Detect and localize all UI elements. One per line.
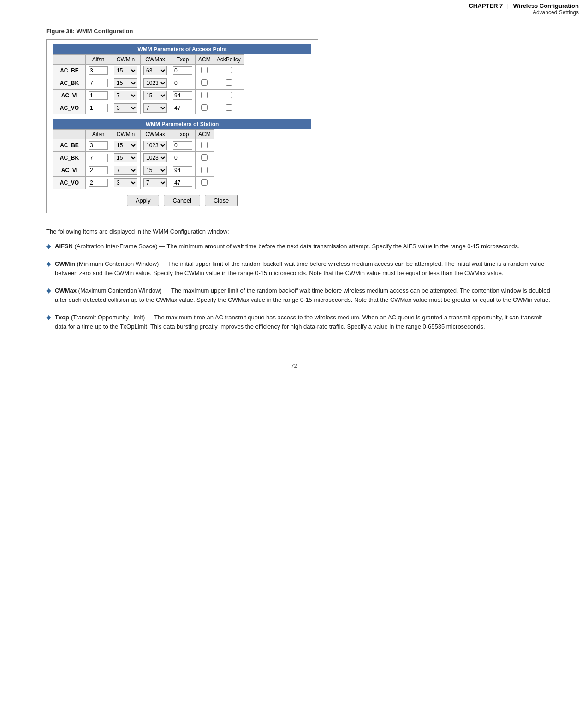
- ap-aifsn-ac_bk[interactable]: [86, 77, 111, 90]
- ap-col-acm: ACM: [196, 55, 214, 65]
- bullet-content-0: AIFSN (Arbitration Inter-Frame Space) — …: [55, 242, 520, 251]
- bullet-diamond-icon: ◆: [46, 287, 51, 294]
- sta-txop-ac_bk[interactable]: [170, 152, 196, 164]
- sta-txop-ac_vi[interactable]: [170, 164, 196, 177]
- sta-cwmax-ac_bk[interactable]: 71531631272555111023: [141, 152, 170, 164]
- ap-cwmin-ac_be[interactable]: 371531631272555111023: [111, 65, 141, 77]
- sta-cwmin-ac_bk[interactable]: 371531631272555111023: [111, 152, 141, 164]
- ap-txop-ac_bk[interactable]: [170, 77, 196, 90]
- sta-row-label-ac_be: AC_BE: [53, 139, 86, 152]
- ap-col-ackpolicy: AckPolicy: [214, 55, 244, 65]
- header-title: Wireless Configuration: [513, 2, 579, 9]
- ap-acm-ac_be[interactable]: [196, 65, 214, 77]
- ap-ackpolicy-ac_bk[interactable]: [214, 77, 244, 90]
- sta-aifsn-ac_vo[interactable]: [86, 177, 111, 189]
- figure-label: Figure 38: WMM Configuration: [46, 28, 551, 35]
- ap-cwmin-ac_vi[interactable]: 371531631272555111023: [111, 90, 141, 102]
- ap-row-label-ac_bk: AC_BK: [53, 77, 86, 90]
- bullet-term-3: Txop: [55, 314, 69, 321]
- ap-table-row: AC_VI37153163127255511102371531631272555…: [53, 90, 244, 102]
- bullet-diamond-icon: ◆: [46, 242, 51, 250]
- bullet-term-0: AIFSN: [55, 243, 73, 250]
- ap-ackpolicy-ac_vi[interactable]: [214, 90, 244, 102]
- bullet-content-1: CWMin (Minimum Contention Window) — The …: [55, 259, 551, 278]
- header-right: CHAPTER 7 | Wireless Configuration Advan…: [469, 2, 579, 16]
- ap-aifsn-ac_vo[interactable]: [86, 102, 111, 114]
- cancel-button[interactable]: Cancel: [164, 195, 200, 206]
- sta-table-row: AC_VI37153163127255511102371531631272555…: [53, 164, 214, 177]
- page-footer: – 72 –: [0, 358, 588, 378]
- sta-acm-ac_vi[interactable]: [196, 164, 214, 177]
- bullet-content-2: CWMax (Maximum Contention Window) — The …: [55, 286, 551, 305]
- page-content: Figure 38: WMM Configuration WMM Paramet…: [0, 18, 588, 358]
- ap-cwmin-ac_vo[interactable]: 371531631272555111023: [111, 102, 141, 114]
- ap-cwmin-ac_bk[interactable]: 371531631272555111023: [111, 77, 141, 90]
- sta-row-label-ac_vo: AC_VO: [53, 177, 86, 189]
- ap-aifsn-ac_vi[interactable]: [86, 90, 111, 102]
- sta-aifsn-ac_vi[interactable]: [86, 164, 111, 177]
- wmm-config-box: WMM Parameters of Access Point Aifsn CWM…: [46, 39, 318, 213]
- sta-section: WMM Parameters of Station Aifsn CWMin CW…: [53, 119, 311, 189]
- ap-col-aifsn: Aifsn: [86, 55, 111, 65]
- ap-txop-ac_be[interactable]: [170, 65, 196, 77]
- bullet-item-0: ◆AIFSN (Arbitration Inter-Frame Space) —…: [46, 242, 551, 251]
- sta-cwmax-ac_vo[interactable]: 71531631272555111023: [141, 177, 170, 189]
- sta-aifsn-ac_bk[interactable]: [86, 152, 111, 164]
- ap-section: WMM Parameters of Access Point Aifsn CWM…: [53, 44, 311, 114]
- ap-col-txop: Txop: [170, 55, 196, 65]
- ap-cwmax-ac_be[interactable]: 71531631272555111023: [141, 65, 170, 77]
- ap-row-label-ac_vi: AC_VI: [53, 90, 86, 102]
- sta-cwmax-ac_vi[interactable]: 71531631272555111023: [141, 164, 170, 177]
- ap-table-row: AC_VO37153163127255511102371531631272555…: [53, 102, 244, 114]
- close-button[interactable]: Close: [205, 195, 238, 206]
- page-number: – 72 –: [286, 363, 302, 369]
- sta-acm-ac_bk[interactable]: [196, 152, 214, 164]
- ap-col-cwmax: CWMax: [141, 55, 170, 65]
- bullet-diamond-icon: ◆: [46, 313, 51, 321]
- ap-ackpolicy-ac_vo[interactable]: [214, 102, 244, 114]
- ap-aifsn-ac_be[interactable]: [86, 65, 111, 77]
- sta-table-row: AC_VO37153163127255511102371531631272555…: [53, 177, 214, 189]
- sta-row-label-ac_vi: AC_VI: [53, 164, 86, 177]
- sta-txop-ac_vo[interactable]: [170, 177, 196, 189]
- sta-table: Aifsn CWMin CWMax Txop ACM AC_BE37153163…: [53, 129, 214, 189]
- apply-button[interactable]: Apply: [127, 195, 160, 206]
- sta-acm-ac_vo[interactable]: [196, 177, 214, 189]
- ap-acm-ac_vi[interactable]: [196, 90, 214, 102]
- sta-cwmax-ac_be[interactable]: 71531631272555111023: [141, 139, 170, 152]
- sta-cwmin-ac_vo[interactable]: 371531631272555111023: [111, 177, 141, 189]
- ap-acm-ac_vo[interactable]: [196, 102, 214, 114]
- sta-col-acm: ACM: [196, 130, 214, 139]
- ap-col-empty: [53, 55, 86, 65]
- ap-section-header: WMM Parameters of Access Point: [53, 44, 311, 54]
- ap-txop-ac_vi[interactable]: [170, 90, 196, 102]
- sta-col-cwmin: CWMin: [111, 130, 141, 139]
- sta-col-txop: Txop: [170, 130, 196, 139]
- sta-aifsn-ac_be[interactable]: [86, 139, 111, 152]
- bullet-item-2: ◆CWMax (Maximum Contention Window) — The…: [46, 286, 551, 305]
- page-header: CHAPTER 7 | Wireless Configuration Advan…: [0, 0, 588, 18]
- ap-acm-ac_bk[interactable]: [196, 77, 214, 90]
- sta-table-header-row: Aifsn CWMin CWMax Txop ACM: [53, 130, 214, 139]
- bullet-term-2: CWMax: [55, 287, 77, 294]
- ap-txop-ac_vo[interactable]: [170, 102, 196, 114]
- ap-ackpolicy-ac_be[interactable]: [214, 65, 244, 77]
- ap-cwmax-ac_vo[interactable]: 71531631272555111023: [141, 102, 170, 114]
- ap-cwmax-ac_vi[interactable]: 71531631272555111023: [141, 90, 170, 102]
- sta-cwmin-ac_be[interactable]: 371531631272555111023: [111, 139, 141, 152]
- sta-cwmin-ac_vi[interactable]: 371531631272555111023: [111, 164, 141, 177]
- sta-col-aifsn: Aifsn: [86, 130, 111, 139]
- sta-table-row: AC_BE37153163127255511102371531631272555…: [53, 139, 214, 152]
- chapter-label: CHAPTER 7: [469, 2, 503, 9]
- ap-table-row: AC_BK37153163127255511102371531631272555…: [53, 77, 244, 90]
- sta-txop-ac_be[interactable]: [170, 139, 196, 152]
- bullet-list: ◆AIFSN (Arbitration Inter-Frame Space) —…: [46, 242, 551, 332]
- ap-cwmax-ac_bk[interactable]: 71531631272555111023: [141, 77, 170, 90]
- header-chapter-title: CHAPTER 7 | Wireless Configuration: [469, 2, 579, 9]
- sta-acm-ac_be[interactable]: [196, 139, 214, 152]
- description-text: The following items are displayed in the…: [46, 227, 551, 236]
- ap-row-label-ac_vo: AC_VO: [53, 102, 86, 114]
- ap-table-header-row: Aifsn CWMin CWMax Txop ACM AckPolicy: [53, 55, 244, 65]
- header-subtitle: Advanced Settings: [469, 9, 579, 16]
- sta-table-row: AC_BK37153163127255511102371531631272555…: [53, 152, 214, 164]
